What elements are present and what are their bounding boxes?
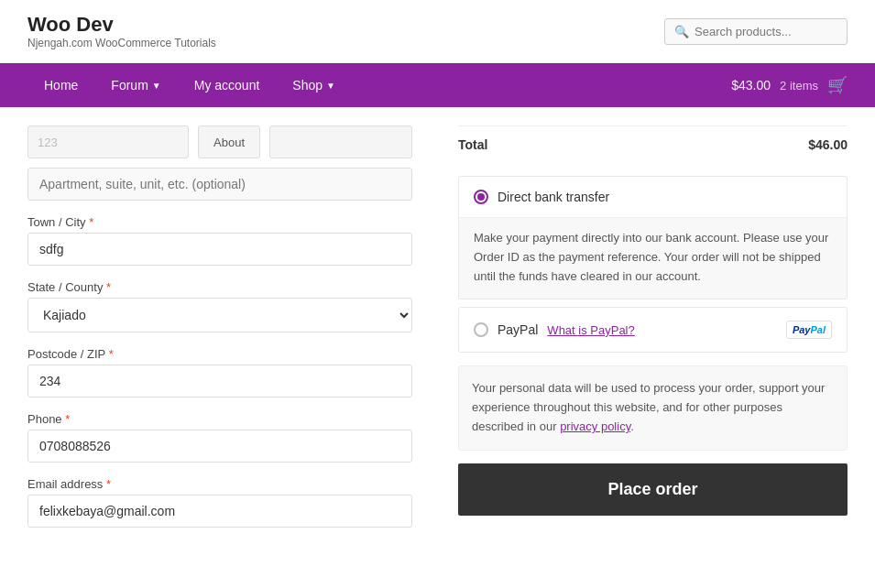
- bank-radio-btn[interactable]: [474, 190, 488, 204]
- payment-option-bank: Direct bank transfer Make your payment d…: [458, 176, 848, 299]
- bank-radio-label: Direct bank transfer: [474, 190, 609, 204]
- bank-transfer-label: Direct bank transfer: [498, 190, 609, 204]
- main-content: 123 About Town / City * State / County *…: [0, 107, 875, 570]
- search-icon: 🔍: [674, 25, 689, 38]
- nav-item-forum[interactable]: Forum ▼: [94, 63, 177, 107]
- nav-links: Home Forum ▼ My account Shop ▼: [27, 63, 352, 107]
- postcode-label: Postcode / ZIP *: [27, 347, 412, 361]
- privacy-text-before: Your personal data will be used to proce…: [472, 381, 825, 433]
- email-label: Email address *: [27, 477, 412, 491]
- town-input[interactable]: [27, 233, 412, 266]
- logo-subtitle: Njengah.com WooCommerce Tutorials: [27, 37, 216, 49]
- postcode-field-group: Postcode / ZIP *: [27, 347, 412, 397]
- logo-title: Woo Dev: [27, 13, 216, 37]
- email-input[interactable]: [27, 495, 412, 528]
- payment-option-paypal: PayPal What is PayPal? PayPal: [458, 307, 848, 353]
- about-button[interactable]: About: [198, 125, 260, 158]
- what-is-paypal-link[interactable]: What is PayPal?: [547, 323, 634, 337]
- nav-item-myaccount[interactable]: My account: [178, 63, 277, 107]
- place-order-button[interactable]: Place order: [458, 463, 848, 516]
- search-input[interactable]: [695, 25, 837, 38]
- site-header: Woo Dev Njengah.com WooCommerce Tutorial…: [0, 0, 875, 63]
- state-required: *: [106, 280, 111, 294]
- paypal-label: PayPal: [498, 322, 538, 337]
- town-required: *: [89, 215, 93, 229]
- partial-input-left: 123: [27, 125, 189, 158]
- partial-top-row: 123 About: [27, 125, 412, 158]
- paypal-logo: PayPal: [786, 321, 832, 339]
- chevron-down-icon: ▼: [152, 81, 161, 91]
- bank-transfer-option[interactable]: Direct bank transfer: [459, 177, 847, 217]
- postcode-required: *: [109, 347, 114, 361]
- payment-section: Direct bank transfer Make your payment d…: [458, 176, 848, 353]
- phone-label: Phone *: [27, 412, 412, 426]
- cart-icon[interactable]: 🛒: [827, 75, 848, 95]
- apartment-input[interactable]: [27, 168, 412, 201]
- town-label: Town / City *: [27, 215, 412, 229]
- paypal-radio-btn[interactable]: [474, 322, 488, 337]
- privacy-notice: Your personal data will be used to proce…: [458, 365, 848, 450]
- cart-area[interactable]: $43.00 2 items 🛒: [731, 75, 848, 95]
- postcode-input[interactable]: [27, 365, 412, 397]
- nav-item-shop[interactable]: Shop ▼: [276, 63, 352, 107]
- nav-item-home[interactable]: Home: [27, 63, 94, 107]
- town-field-group: Town / City *: [27, 215, 412, 266]
- state-field-group: State / County * Kajiado Nairobi Mombasa…: [27, 280, 412, 332]
- cart-price: $43.00: [731, 78, 771, 93]
- total-label: Total: [458, 137, 487, 152]
- privacy-policy-link[interactable]: privacy policy: [560, 419, 630, 433]
- cart-count: 2 items: [780, 79, 818, 93]
- order-summary: Total $46.00 Direct bank transfer Make y…: [440, 107, 875, 570]
- privacy-text-after: .: [630, 419, 634, 433]
- chevron-down-icon: ▼: [326, 81, 335, 91]
- site-logo: Woo Dev Njengah.com WooCommerce Tutorial…: [27, 13, 216, 49]
- partial-input-right: [269, 125, 412, 158]
- phone-input[interactable]: [27, 430, 412, 463]
- phone-field-group: Phone *: [27, 412, 412, 463]
- order-total-row: Total $46.00: [458, 125, 848, 163]
- checkout-form: 123 About Town / City * State / County *…: [0, 107, 440, 570]
- state-select[interactable]: Kajiado Nairobi Mombasa Kisumu: [27, 298, 412, 332]
- paypal-radio-label: PayPal What is PayPal?: [474, 322, 635, 337]
- total-value: $46.00: [808, 137, 848, 152]
- phone-required: *: [65, 412, 70, 426]
- state-label: State / County *: [27, 280, 412, 294]
- bank-transfer-description: Make your payment directly into our bank…: [459, 217, 847, 299]
- paypal-option[interactable]: PayPal What is PayPal? PayPal: [459, 308, 847, 352]
- search-box: 🔍: [664, 18, 848, 45]
- email-field-group: Email address *: [27, 477, 412, 528]
- email-required: *: [106, 477, 111, 491]
- apartment-field-group: [27, 168, 412, 201]
- main-navbar: Home Forum ▼ My account Shop ▼ $43.00 2 …: [0, 63, 875, 107]
